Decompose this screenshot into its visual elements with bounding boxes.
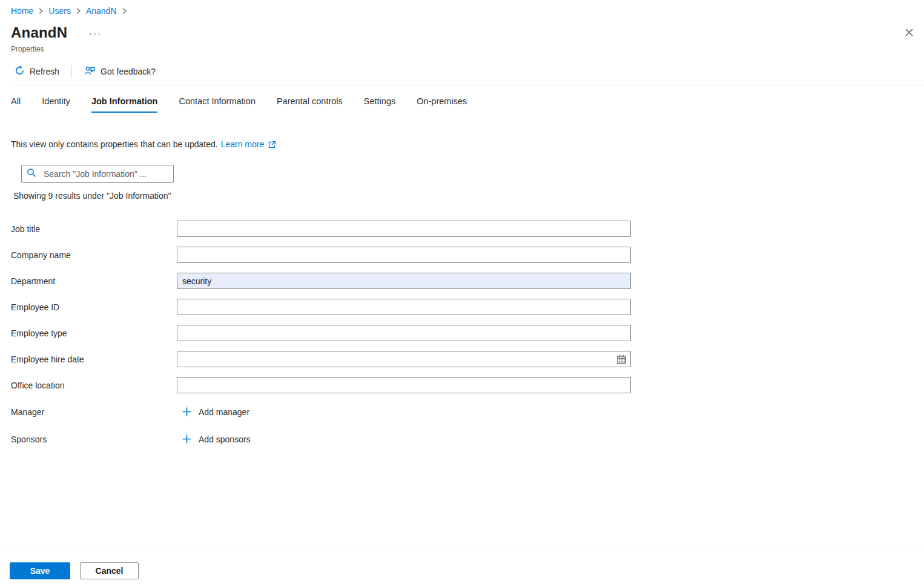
form-row-company-name: Company name	[11, 242, 924, 268]
field-label-company-name: Company name	[11, 250, 177, 260]
add-manager-link[interactable]: Add manager	[182, 407, 249, 417]
tab-all[interactable]: All	[11, 96, 21, 113]
employee-hire-date-input-wrap	[177, 351, 631, 367]
add-link-label: Add manager	[199, 407, 249, 417]
job-title-input-wrap	[177, 221, 631, 237]
form-row-sponsors: SponsorsAdd sponsors	[11, 425, 924, 453]
employee-id-input-wrap	[177, 299, 631, 315]
breadcrumb-chevron-icon	[76, 7, 81, 15]
form-row-department: Department	[11, 268, 924, 294]
feedback-button[interactable]: Got feedback?	[81, 63, 159, 80]
page-title: AnandN	[11, 24, 67, 41]
search-icon	[27, 168, 36, 180]
company-name-input-wrap	[177, 247, 631, 263]
office-location-input[interactable]	[177, 377, 631, 393]
office-location-input-wrap	[177, 377, 631, 393]
feedback-icon	[84, 65, 96, 78]
field-label-job-title: Job title	[11, 224, 177, 234]
field-label-employee-hire-date: Employee hire date	[11, 355, 177, 364]
close-icon	[905, 28, 914, 39]
cancel-button[interactable]: Cancel	[80, 562, 139, 579]
tab-contact-information[interactable]: Contact Information	[179, 96, 256, 113]
job-title-input[interactable]	[177, 221, 631, 237]
tab-on-premises[interactable]: On-premises	[417, 96, 467, 113]
breadcrumb-chevron-icon	[122, 7, 127, 15]
refresh-icon	[15, 65, 25, 78]
toolbar-divider	[71, 65, 72, 78]
toolbar-rule	[11, 85, 924, 85]
save-button[interactable]: Save	[10, 562, 70, 579]
notice: This view only contains properties that …	[11, 139, 924, 149]
add-sponsors-link[interactable]: Add sponsors	[182, 434, 251, 444]
field-label-office-location: Office location	[11, 381, 177, 390]
form-row-employee-type: Employee type	[11, 320, 924, 346]
page-subtitle: Properties	[11, 45, 924, 53]
breadcrumb: HomeUsersAnandN	[0, 0, 924, 16]
breadcrumb-link-users[interactable]: Users	[48, 6, 71, 16]
user-properties-page: HomeUsersAnandN AnandN ··· Properties Re…	[0, 0, 924, 586]
close-button[interactable]	[902, 27, 916, 40]
field-label-sponsors: Sponsors	[11, 435, 177, 444]
tab-identity[interactable]: Identity	[42, 96, 70, 113]
more-actions-button[interactable]: ···	[87, 27, 104, 39]
form-rows: Job titleCompany nameDepartmentEmployee …	[11, 216, 924, 453]
field-label-department: Department	[11, 276, 177, 286]
search-input[interactable]	[42, 168, 168, 179]
tab-settings[interactable]: Settings	[364, 96, 395, 113]
external-link-icon	[268, 141, 276, 148]
field-label-manager: Manager	[11, 407, 177, 417]
toolbar: Refresh Got feedback?	[11, 63, 924, 80]
field-label-employee-type: Employee type	[11, 328, 177, 338]
plus-icon	[182, 434, 192, 444]
add-link-label: Add sponsors	[199, 435, 251, 444]
form-row-employee-id: Employee ID	[11, 294, 924, 320]
company-name-input[interactable]	[177, 247, 631, 263]
department-input[interactable]	[177, 273, 631, 289]
form-row-employee-hire-date: Employee hire date	[11, 346, 924, 372]
plus-icon	[182, 407, 192, 417]
tab-parental-controls[interactable]: Parental controls	[277, 96, 343, 113]
feedback-label: Got feedback?	[101, 67, 156, 76]
employee-type-input[interactable]	[177, 325, 631, 341]
field-label-employee-id: Employee ID	[11, 302, 177, 312]
form-row-manager: ManagerAdd manager	[11, 398, 924, 425]
tab-job-information[interactable]: Job Information	[91, 96, 158, 113]
refresh-label: Refresh	[30, 67, 59, 76]
learn-more-link[interactable]: Learn more	[221, 139, 265, 149]
form-row-job-title: Job title	[11, 216, 924, 242]
breadcrumb-chevron-icon	[38, 7, 44, 15]
results-count-text: Showing 9 results under "Job Information…	[13, 191, 924, 201]
calendar-icon[interactable]	[616, 354, 627, 364]
employee-type-input-wrap	[177, 325, 631, 341]
footer-rule	[0, 550, 924, 550]
form-row-office-location: Office location	[11, 372, 924, 398]
search-box	[21, 165, 174, 183]
breadcrumb-link-home[interactable]: Home	[11, 6, 33, 16]
tab-bar: AllIdentityJob InformationContact Inform…	[11, 96, 924, 113]
page-header: AnandN ···	[11, 24, 924, 41]
footer: Save Cancel	[10, 562, 139, 579]
employee-id-input[interactable]	[177, 299, 631, 315]
breadcrumb-link-anandn[interactable]: AnandN	[86, 6, 117, 16]
refresh-button[interactable]: Refresh	[11, 63, 63, 80]
department-input-wrap	[177, 273, 631, 289]
employee-hire-date-input[interactable]	[177, 351, 631, 367]
notice-text: This view only contains properties that …	[11, 139, 218, 149]
